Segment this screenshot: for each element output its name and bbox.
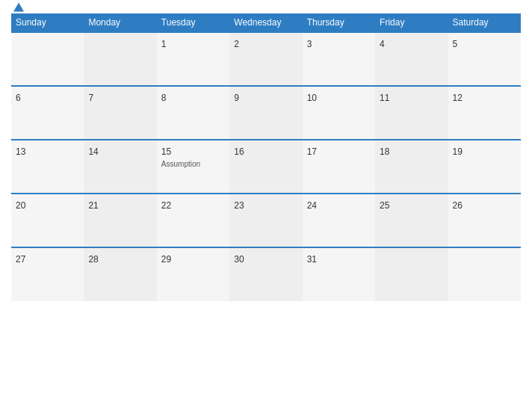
header-wednesday: Wednesday: [229, 13, 302, 32]
day-cell-4-5: [375, 247, 448, 301]
day-number: 21: [88, 200, 98, 211]
day-cell-4-0: 27: [11, 247, 84, 301]
day-cell-1-5: 11: [375, 86, 448, 140]
day-number: 13: [16, 146, 25, 157]
header-tuesday: Tuesday: [157, 13, 229, 32]
days-of-week-row: Sunday Monday Tuesday Wednesday Thursday…: [11, 13, 521, 32]
calendar-container: Sunday Monday Tuesday Wednesday Thursday…: [0, 0, 532, 411]
day-number: 24: [307, 200, 317, 211]
week-row-4: 20212223242526: [11, 194, 521, 247]
header-thursday: Thursday: [303, 13, 375, 32]
day-cell-2-4: 17: [303, 140, 375, 194]
day-number: 29: [161, 254, 171, 265]
day-number: 1: [161, 39, 167, 49]
day-number: 12: [453, 93, 463, 103]
day-cell-3-0: 20: [11, 194, 84, 247]
day-cell-1-0: 6: [11, 86, 84, 140]
day-cell-2-0: 13: [11, 140, 84, 194]
day-cell-0-1: [84, 32, 156, 86]
day-event: Assumption: [161, 160, 225, 168]
logo: [11, 3, 24, 13]
day-cell-1-6: 12: [448, 86, 521, 140]
day-cell-0-4: 3: [303, 32, 375, 86]
day-number: 8: [161, 93, 167, 103]
day-cell-3-4: 24: [303, 194, 375, 247]
day-number: 27: [16, 254, 25, 265]
header-friday: Friday: [375, 13, 448, 32]
day-cell-4-6: [448, 247, 521, 301]
day-cell-1-4: 10: [303, 86, 375, 140]
header-saturday: Saturday: [448, 13, 521, 32]
day-cell-3-5: 25: [375, 194, 448, 247]
day-number: 5: [453, 39, 458, 49]
day-number: 22: [161, 200, 171, 211]
day-cell-4-4: 31: [303, 247, 375, 301]
day-number: 14: [88, 146, 98, 157]
day-number: 17: [307, 146, 317, 157]
calendar-table: Sunday Monday Tuesday Wednesday Thursday…: [11, 13, 521, 301]
day-number: 9: [234, 93, 239, 103]
calendar-body: 123456789101112131415Assumption161718192…: [11, 32, 521, 301]
day-number: 4: [380, 39, 385, 49]
day-cell-4-1: 28: [84, 247, 156, 301]
day-number: 2: [234, 39, 239, 49]
day-cell-0-2: 1: [157, 32, 229, 86]
day-cell-2-2: 15Assumption: [157, 140, 229, 194]
day-cell-0-0: [11, 32, 84, 86]
day-number: 28: [88, 254, 98, 265]
week-row-1: 12345: [11, 32, 521, 86]
day-cell-2-1: 14: [84, 140, 156, 194]
day-cell-4-2: 29: [157, 247, 229, 301]
day-number: 26: [453, 200, 463, 211]
day-cell-3-3: 23: [229, 194, 302, 247]
day-number: 11: [380, 93, 389, 103]
header-sunday: Sunday: [11, 13, 84, 32]
day-cell-1-2: 8: [157, 86, 229, 140]
day-cell-2-3: 16: [229, 140, 302, 194]
day-cell-0-6: 5: [448, 32, 521, 86]
day-number: 10: [307, 93, 317, 103]
day-number: 6: [16, 93, 21, 103]
day-number: 20: [16, 200, 25, 211]
day-number: 19: [453, 146, 463, 157]
day-number: 25: [380, 200, 389, 211]
logo-triangle-icon: [13, 3, 24, 12]
day-number: 7: [88, 93, 93, 103]
calendar-header-row: Sunday Monday Tuesday Wednesday Thursday…: [11, 13, 521, 32]
day-cell-0-5: 4: [375, 32, 448, 86]
day-number: 18: [380, 146, 389, 157]
day-number: 30: [234, 254, 244, 265]
day-cell-3-2: 22: [157, 194, 229, 247]
day-cell-0-3: 2: [229, 32, 302, 86]
week-row-3: 131415Assumption16171819: [11, 140, 521, 194]
day-cell-4-3: 30: [229, 247, 302, 301]
day-cell-3-1: 21: [84, 194, 156, 247]
day-number: 15: [161, 146, 171, 157]
day-cell-1-1: 7: [84, 86, 156, 140]
day-cell-2-5: 18: [375, 140, 448, 194]
week-row-5: 2728293031: [11, 247, 521, 301]
day-cell-2-6: 19: [448, 140, 521, 194]
day-number: 16: [234, 146, 244, 157]
day-number: 23: [234, 200, 244, 211]
day-cell-3-6: 26: [448, 194, 521, 247]
week-row-2: 6789101112: [11, 86, 521, 140]
header-monday: Monday: [84, 13, 156, 32]
logo-blue-text: [11, 3, 24, 13]
day-number: 3: [307, 39, 312, 49]
day-cell-1-3: 9: [229, 86, 302, 140]
day-number: 31: [307, 254, 317, 265]
